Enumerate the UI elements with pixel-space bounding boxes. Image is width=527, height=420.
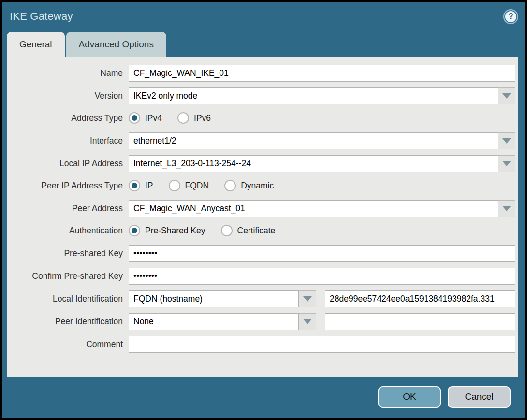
interface-select[interactable] — [129, 132, 498, 149]
comment-input[interactable] — [129, 336, 515, 353]
comment-label: Comment — [7, 339, 129, 349]
pre-shared-key-input[interactable] — [129, 245, 515, 262]
pre-shared-key-row: Pre-shared Key — [7, 245, 518, 262]
address-type-row: Address Type IPv4 IPv6 — [7, 110, 518, 127]
radio-ipv4[interactable]: IPv4 — [129, 112, 162, 124]
address-type-label: Address Type — [7, 113, 129, 123]
local-identification-value-input[interactable] — [325, 290, 515, 307]
dialog-titlebar: IKE Gateway ? — [2, 2, 525, 31]
peer-address-label: Peer Address — [7, 203, 129, 214]
peer-address-dropdown-button[interactable] — [498, 200, 515, 217]
version-label: Version — [7, 91, 129, 101]
peer-identification-dropdown-button[interactable] — [299, 313, 316, 330]
peer-identification-type-select[interactable] — [129, 313, 299, 330]
peer-address-select[interactable] — [129, 200, 498, 217]
authentication-row: Authentication Pre-Shared Key Certificat… — [7, 223, 518, 239]
tab-bar: General Advanced Options — [2, 31, 525, 57]
ok-button[interactable]: OK — [378, 386, 441, 408]
peer-identification-label: Peer Identification — [7, 317, 129, 327]
peer-ip-address-type-row: Peer IP Address Type IP FQDN Dynamic — [7, 178, 518, 194]
interface-dropdown-button[interactable] — [498, 132, 515, 149]
dialog-footer: OK Cancel — [2, 377, 525, 416]
peer-ip-address-type-label: Peer IP Address Type — [7, 181, 129, 191]
chevron-down-icon — [502, 206, 511, 211]
local-ip-address-row: Local IP Address — [7, 155, 518, 172]
chevron-down-icon — [303, 296, 312, 302]
radio-button-icon[interactable] — [129, 225, 140, 236]
name-input[interactable] — [129, 65, 515, 82]
version-select[interactable] — [129, 87, 498, 104]
dialog-title: IKE Gateway — [10, 10, 73, 23]
radio-fqdn-label: FQDN — [185, 181, 209, 191]
pre-shared-key-label: Pre-shared Key — [7, 248, 129, 259]
local-ip-address-select[interactable] — [129, 155, 498, 172]
radio-pre-shared-key-label: Pre-Shared Key — [145, 226, 205, 236]
radio-dynamic[interactable]: Dynamic — [224, 180, 274, 191]
radio-certificate-label: Certificate — [237, 226, 276, 236]
chevron-down-icon — [303, 319, 312, 324]
peer-identification-value-input[interactable] — [325, 313, 515, 330]
authentication-label: Authentication — [7, 226, 129, 236]
radio-ipv4-label: IPv4 — [145, 113, 162, 123]
chevron-down-icon — [502, 161, 511, 166]
radio-certificate[interactable]: Certificate — [221, 225, 276, 236]
version-dropdown-button[interactable] — [498, 87, 515, 104]
chevron-down-icon — [502, 93, 511, 99]
radio-button-icon[interactable] — [177, 112, 189, 124]
help-icon[interactable]: ? — [504, 10, 517, 23]
chevron-down-icon — [502, 138, 511, 144]
radio-button-icon[interactable] — [129, 180, 140, 191]
version-row: Version — [7, 87, 518, 104]
local-ip-address-dropdown-button[interactable] — [498, 155, 515, 172]
radio-button-icon[interactable] — [224, 180, 236, 191]
local-ip-address-label: Local IP Address — [7, 159, 129, 169]
local-identification-label: Local Identification — [7, 294, 129, 304]
peer-identification-row: Peer Identification — [7, 313, 518, 330]
confirm-pre-shared-key-input[interactable] — [129, 268, 515, 285]
radio-ipv6-label: IPv6 — [194, 113, 211, 123]
local-identification-type-select[interactable] — [129, 290, 299, 307]
local-identification-row: Local Identification — [7, 290, 518, 307]
radio-button-icon[interactable] — [221, 225, 233, 236]
local-identification-dropdown-button[interactable] — [299, 290, 316, 307]
name-row: Name — [7, 65, 518, 82]
radio-ipv6[interactable]: IPv6 — [177, 112, 211, 124]
tab-advanced-options[interactable]: Advanced Options — [66, 32, 166, 57]
radio-fqdn[interactable]: FQDN — [169, 180, 209, 191]
cancel-button[interactable]: Cancel — [448, 386, 511, 408]
radio-ip[interactable]: IP — [129, 180, 153, 191]
radio-button-icon[interactable] — [169, 180, 180, 191]
confirm-pre-shared-key-row: Confirm Pre-shared Key — [7, 268, 518, 285]
tab-general[interactable]: General — [7, 32, 65, 57]
radio-pre-shared-key[interactable]: Pre-Shared Key — [129, 225, 205, 236]
general-tab-panel: Name Version Address Type IPv4 — [7, 57, 518, 377]
interface-row: Interface — [7, 132, 518, 149]
confirm-pre-shared-key-label: Confirm Pre-shared Key — [7, 271, 129, 281]
name-label: Name — [7, 68, 129, 78]
comment-row: Comment — [7, 336, 518, 353]
radio-button-icon[interactable] — [129, 112, 140, 124]
radio-dynamic-label: Dynamic — [241, 181, 274, 191]
interface-label: Interface — [7, 136, 129, 146]
ike-gateway-dialog: IKE Gateway ? General Advanced Options N… — [2, 2, 525, 418]
peer-address-row: Peer Address — [7, 200, 518, 217]
radio-ip-label: IP — [145, 181, 153, 191]
